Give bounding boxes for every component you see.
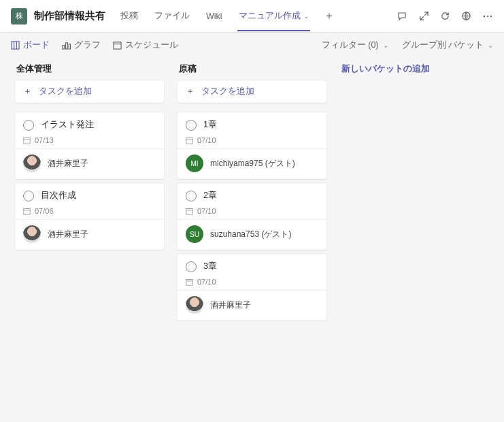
task-card[interactable]: 目次作成 07/06 酒井麻里子 bbox=[15, 183, 164, 250]
svg-rect-4 bbox=[12, 42, 19, 49]
task-card[interactable]: イラスト発注 07/13 酒井麻里子 bbox=[15, 112, 164, 179]
calendar-icon bbox=[23, 208, 31, 215]
svg-rect-18 bbox=[186, 208, 192, 214]
tab-planner[interactable]: マニュアル作成 ⌄ bbox=[237, 1, 310, 31]
svg-rect-20 bbox=[186, 279, 192, 285]
task-date: 07/10 bbox=[197, 136, 216, 144]
team-avatar: 株 bbox=[11, 8, 27, 25]
board-icon bbox=[11, 41, 20, 50]
channel-header: 株 制作部情報共有 投稿 ファイル Wiki マニュアル作成 ⌄ ＋ bbox=[0, 0, 504, 33]
chevron-down-icon[interactable]: ⌄ bbox=[303, 12, 309, 20]
add-task-label: タスクを追加 bbox=[39, 86, 92, 97]
assignee-name: michiyama975 (ゲスト) bbox=[210, 158, 295, 169]
task-title: 2章 bbox=[203, 190, 217, 201]
task-title: 1章 bbox=[203, 119, 217, 131]
tab-wiki[interactable]: Wiki bbox=[205, 2, 224, 31]
complete-circle[interactable] bbox=[186, 261, 197, 272]
group-dropdown[interactable]: グループ別 バケット ⌄ bbox=[402, 39, 493, 51]
avatar: MI bbox=[186, 155, 203, 172]
plus-icon: ＋ bbox=[186, 86, 195, 97]
tab-files[interactable]: ファイル bbox=[153, 1, 191, 31]
calendar-icon bbox=[186, 137, 193, 144]
task-title: 3章 bbox=[203, 261, 217, 272]
avatar: SU bbox=[186, 225, 203, 243]
view-schedule-button[interactable]: スケジュール bbox=[113, 39, 178, 51]
task-title: 目次作成 bbox=[41, 190, 76, 201]
expand-icon[interactable] bbox=[419, 11, 429, 21]
complete-circle[interactable] bbox=[23, 191, 34, 201]
planner-toolbar: ボード グラフ スケジュール フィルター (0) ⌄ グループ別 バケット ⌄ bbox=[0, 33, 504, 54]
bucket-title[interactable]: 全体管理 bbox=[15, 61, 164, 80]
reply-icon[interactable] bbox=[397, 11, 408, 22]
svg-rect-9 bbox=[69, 44, 70, 49]
view-chart-button[interactable]: グラフ bbox=[62, 39, 101, 51]
tab-label: マニュアル作成 bbox=[239, 10, 301, 22]
task-card[interactable]: 1章 07/10 MI michiyama975 (ゲスト) bbox=[178, 112, 326, 179]
bucket-column: 原稿 ＋ タスクを追加 1章 07/10 MI michiyama975 (ゲス… bbox=[178, 61, 326, 325]
task-card[interactable]: 2章 07/10 SU suzuhana753 (ゲスト) bbox=[178, 183, 326, 250]
schedule-icon bbox=[113, 41, 122, 50]
bucket-title[interactable]: 原稿 bbox=[178, 61, 326, 80]
board: 全体管理 ＋ タスクを追加 イラスト発注 07/13 酒井麻里子 目次作成 bbox=[0, 54, 504, 331]
complete-circle[interactable] bbox=[186, 191, 197, 201]
more-icon[interactable] bbox=[482, 11, 493, 22]
view-label: スケジュール bbox=[125, 39, 178, 51]
plus-icon: ＋ bbox=[23, 86, 32, 97]
calendar-icon bbox=[23, 137, 31, 144]
avatar bbox=[23, 155, 41, 172]
add-bucket-column: 新しいバケットの追加 bbox=[340, 61, 489, 80]
calendar-icon bbox=[186, 208, 193, 215]
svg-rect-12 bbox=[24, 137, 30, 144]
chevron-down-icon: ⌄ bbox=[488, 42, 493, 49]
svg-rect-8 bbox=[66, 43, 68, 49]
task-card[interactable]: 3章 07/10 酒井麻里子 bbox=[178, 254, 326, 321]
add-tab-button[interactable]: ＋ bbox=[324, 9, 335, 23]
add-bucket-button[interactable]: 新しいバケットの追加 bbox=[340, 61, 489, 80]
complete-circle[interactable] bbox=[186, 120, 197, 131]
svg-rect-16 bbox=[186, 137, 192, 144]
assignee-name: 酒井麻里子 bbox=[48, 229, 88, 240]
refresh-icon[interactable] bbox=[440, 11, 450, 21]
group-label: グループ別 バケット bbox=[402, 39, 484, 51]
task-title: イラスト発注 bbox=[41, 119, 94, 131]
channel-tabs: 投稿 ファイル Wiki マニュアル作成 ⌄ ＋ bbox=[119, 1, 397, 31]
header-actions bbox=[397, 11, 493, 22]
avatar bbox=[23, 225, 41, 243]
bucket-column: 全体管理 ＋ タスクを追加 イラスト発注 07/13 酒井麻里子 目次作成 bbox=[15, 61, 164, 254]
task-date: 07/10 bbox=[197, 207, 216, 215]
filter-label: フィルター (0) bbox=[322, 39, 379, 51]
task-date: 07/10 bbox=[197, 278, 216, 286]
svg-rect-10 bbox=[114, 42, 121, 49]
svg-rect-7 bbox=[63, 46, 65, 50]
chart-icon bbox=[62, 41, 71, 50]
assignee-name: 酒井麻里子 bbox=[48, 158, 88, 169]
svg-point-3 bbox=[490, 15, 492, 16]
chevron-down-icon: ⌄ bbox=[383, 42, 388, 49]
add-task-button[interactable]: ＋ タスクを追加 bbox=[178, 80, 326, 103]
task-date: 07/06 bbox=[35, 207, 54, 215]
calendar-icon bbox=[186, 278, 193, 286]
avatar bbox=[186, 296, 203, 314]
globe-icon[interactable] bbox=[461, 11, 471, 21]
filter-dropdown[interactable]: フィルター (0) ⌄ bbox=[322, 39, 388, 51]
svg-rect-14 bbox=[24, 208, 30, 214]
task-date: 07/13 bbox=[35, 136, 54, 144]
svg-point-1 bbox=[484, 15, 485, 16]
add-task-label: タスクを追加 bbox=[201, 86, 254, 97]
view-board-button[interactable]: ボード bbox=[11, 39, 50, 51]
tab-posts[interactable]: 投稿 bbox=[119, 1, 139, 31]
complete-circle[interactable] bbox=[23, 120, 34, 131]
assignee-name: suzuhana753 (ゲスト) bbox=[210, 229, 291, 240]
view-label: ボード bbox=[23, 39, 50, 51]
view-label: グラフ bbox=[74, 39, 101, 51]
svg-point-2 bbox=[487, 15, 488, 16]
assignee-name: 酒井麻里子 bbox=[210, 299, 251, 311]
add-task-button[interactable]: ＋ タスクを追加 bbox=[15, 80, 164, 103]
team-title: 制作部情報共有 bbox=[34, 10, 105, 22]
